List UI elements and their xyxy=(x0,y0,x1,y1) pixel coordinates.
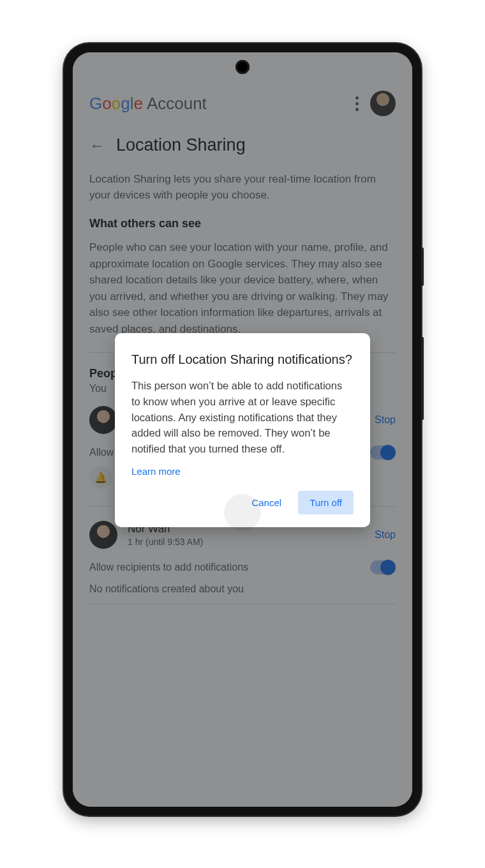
hw-button-large xyxy=(421,337,424,420)
hw-button-small xyxy=(421,248,424,286)
turn-off-button[interactable]: Turn off xyxy=(298,491,354,514)
confirm-dialog: Turn off Location Sharing notifications?… xyxy=(115,333,370,527)
front-camera xyxy=(235,60,250,74)
phone-frame: Google Account ← Location Sharing Locati… xyxy=(64,43,421,816)
touch-indicator-icon xyxy=(224,494,261,531)
learn-more-link[interactable]: Learn more xyxy=(131,466,181,477)
screen: Google Account ← Location Sharing Locati… xyxy=(73,52,412,807)
dialog-title: Turn off Location Sharing notifications? xyxy=(131,351,354,368)
dialog-body: This person won’t be able to add notific… xyxy=(131,378,354,457)
